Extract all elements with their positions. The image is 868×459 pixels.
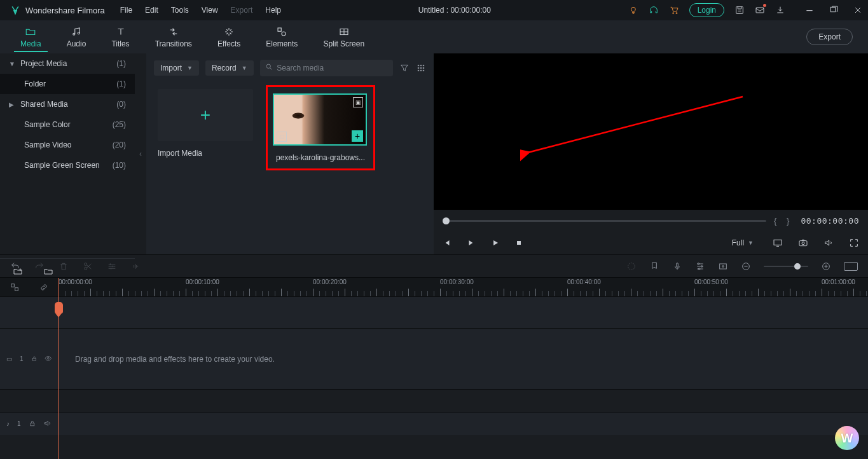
frame-icon[interactable] <box>718 261 728 271</box>
svg-point-27 <box>85 263 87 265</box>
playhead-handle[interactable] <box>55 302 63 313</box>
voiceover-icon[interactable] <box>672 261 682 271</box>
svg-point-15 <box>418 67 420 69</box>
search-input[interactable] <box>277 64 388 72</box>
track-options-icon[interactable] <box>10 282 20 292</box>
svg-rect-5 <box>830 7 835 11</box>
sidebar-item-shared-media[interactable]: ▶ Shared Media (0) <box>0 94 135 114</box>
headphones-icon[interactable] <box>649 5 659 15</box>
import-media-tile[interactable]: + Import Media <box>158 89 253 170</box>
tab-split-screen[interactable]: Split Screen <box>310 26 377 48</box>
preview-screen[interactable] <box>434 53 868 210</box>
tab-transitions[interactable]: Transitions <box>142 26 205 48</box>
display-icon[interactable] <box>773 238 783 248</box>
sidebar-item-sample-green[interactable]: Sample Green Screen (10) <box>0 155 135 175</box>
record-dropdown[interactable]: Record ▼ <box>205 60 254 76</box>
menu-view[interactable]: View <box>202 6 218 15</box>
next-frame-icon[interactable] <box>467 238 476 247</box>
sidebar-item-label: Sample Color <box>24 120 113 129</box>
adjust-icon[interactable] <box>107 261 117 271</box>
scrub-handle[interactable] <box>443 217 450 224</box>
menu-tools[interactable]: Tools <box>171 6 189 15</box>
close-icon[interactable] <box>853 5 863 15</box>
app-logo-icon <box>10 5 20 15</box>
sidebar-item-project-media[interactable]: ▼ Project Media (1) <box>0 53 135 74</box>
track-number: 1 <box>20 355 24 362</box>
menu-edit[interactable]: Edit <box>145 6 158 15</box>
brackets-icon[interactable]: { } <box>774 216 793 226</box>
add-to-timeline-icon[interactable]: + <box>352 130 363 142</box>
lock-icon[interactable] <box>29 420 36 428</box>
volume-icon[interactable] <box>823 238 834 248</box>
minimize-icon[interactable] <box>804 5 815 15</box>
export-button[interactable]: Export <box>806 29 853 45</box>
fit-dropdown[interactable]: Full ▼ <box>728 236 757 249</box>
tab-titles[interactable]: Titles <box>99 26 142 48</box>
zoom-handle[interactable] <box>794 263 801 270</box>
sidebar-item-sample-video[interactable]: Sample Video (20) <box>0 135 135 155</box>
fullscreen-icon[interactable] <box>849 238 859 248</box>
cut-icon[interactable] <box>83 261 93 271</box>
import-dropdown[interactable]: Import ▼ <box>154 60 199 76</box>
save-icon[interactable] <box>734 5 745 15</box>
sidebar-item-folder[interactable]: Folder (1) <box>0 74 135 94</box>
crop-icon[interactable]: ◱ <box>277 132 287 142</box>
chevron-right-icon: ▶ <box>9 101 15 108</box>
scrub-track[interactable] <box>443 220 766 222</box>
mixer-icon[interactable] <box>695 261 705 271</box>
lightbulb-icon[interactable] <box>628 5 638 15</box>
delete-icon[interactable] <box>59 261 69 271</box>
open-folder-icon[interactable] <box>43 266 53 277</box>
zoom-in-icon[interactable] <box>821 261 831 271</box>
download-icon[interactable] <box>775 5 785 15</box>
video-track[interactable]: ▭ 1 Drag and drop media and effects here… <box>0 328 868 389</box>
clip-name: pexels-karolina-grabows... <box>273 153 368 162</box>
timeline-ruler: 00:00:00:00 00:00:10:00 00:00:20:00 00:0… <box>0 277 868 296</box>
media-controls: Import ▼ Record ▼ <box>154 60 426 76</box>
mail-icon[interactable] <box>755 5 765 15</box>
svg-point-0 <box>631 7 635 11</box>
zoom-fit-icon[interactable] <box>844 262 858 271</box>
audio-track[interactable]: ♪ 1 <box>0 412 868 435</box>
tab-elements[interactable]: Elements <box>253 26 310 48</box>
search-media[interactable] <box>260 60 393 76</box>
zoom-slider[interactable] <box>764 266 808 267</box>
filter-icon[interactable] <box>399 63 410 73</box>
resize-icon[interactable]: ▣ <box>353 97 363 107</box>
tab-effects[interactable]: Effects <box>205 26 253 48</box>
visibility-icon[interactable] <box>45 355 52 364</box>
audio-track-body[interactable] <box>59 413 868 435</box>
marker-icon[interactable] <box>649 261 659 271</box>
menu-help[interactable]: Help <box>265 6 281 15</box>
zoom-out-icon[interactable] <box>741 261 751 271</box>
menu-file[interactable]: File <box>120 6 132 15</box>
tab-audio[interactable]: Audio <box>54 26 99 48</box>
maximize-icon[interactable] <box>829 5 839 15</box>
media-clip[interactable]: ▣ ◱ + pexels-karolina-grabows... <box>273 93 368 162</box>
render-icon[interactable] <box>626 261 637 271</box>
tab-media[interactable]: Media <box>8 26 54 48</box>
svg-rect-22 <box>517 241 521 245</box>
grid-view-icon[interactable] <box>416 63 426 73</box>
link-icon[interactable] <box>39 282 49 292</box>
prev-frame-icon[interactable] <box>443 238 451 247</box>
ruler-track[interactable]: 00:00:00:00 00:00:10:00 00:00:20:00 00:0… <box>59 278 868 296</box>
play-icon[interactable] <box>491 238 500 247</box>
stop-icon[interactable] <box>515 239 523 247</box>
sidebar-item-label: Sample Green Screen <box>24 161 113 170</box>
playhead[interactable] <box>59 278 59 459</box>
panel-resizer[interactable]: ‹ <box>135 53 146 254</box>
sidebar-item-sample-color[interactable]: Sample Color (25) <box>0 114 135 135</box>
redo-icon[interactable] <box>34 261 45 271</box>
login-button[interactable]: Login <box>689 3 724 17</box>
track-dropzone[interactable]: Drag and drop media and effects here to … <box>59 329 868 389</box>
cart-icon[interactable] <box>669 5 679 15</box>
media-grid: + Import Media ▣ ◱ + pexels-karolina-gra… <box>154 85 426 174</box>
lock-icon[interactable] <box>31 355 38 363</box>
clip-thumbnail[interactable]: ▣ ◱ + <box>273 93 367 146</box>
sidebar-item-count: (20) <box>113 140 126 149</box>
mute-icon[interactable] <box>43 419 52 429</box>
undo-icon[interactable] <box>10 261 20 271</box>
waveform-icon[interactable] <box>131 261 141 271</box>
snapshot-icon[interactable] <box>798 238 808 248</box>
